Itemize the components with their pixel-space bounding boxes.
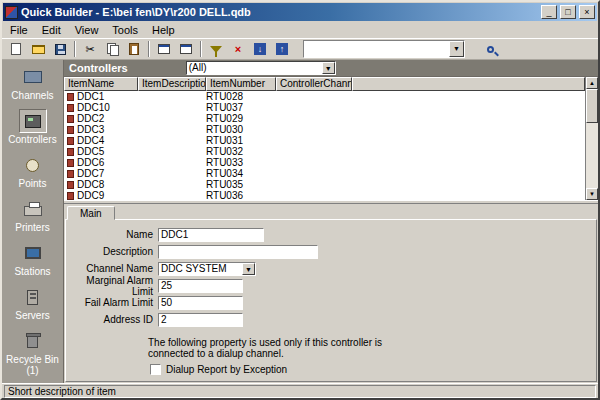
- table-row[interactable]: DDC1 RTU028: [64, 91, 598, 102]
- channels-icon: [24, 71, 42, 83]
- table-row[interactable]: DDC7 RTU034: [64, 168, 598, 179]
- menu-file[interactable]: File: [3, 23, 35, 37]
- toolbar: ✂ × ↓ ↑ ▼: [2, 38, 598, 60]
- title-bar: Quick Builder - E:\bei fen\DY\r200 DELL.…: [3, 3, 597, 21]
- cell-itemname: DDC1: [77, 91, 104, 102]
- funnel-filter-icon: [210, 46, 222, 53]
- controller-item-icon: [67, 170, 74, 178]
- cell-itemname: DDC5: [77, 146, 104, 157]
- controller-item-icon: [67, 192, 74, 200]
- copy-button[interactable]: [101, 39, 123, 59]
- menu-edit[interactable]: Edit: [35, 23, 68, 37]
- name-field[interactable]: [158, 228, 264, 242]
- toolbar-combobox-value: [304, 41, 449, 57]
- fail-alarm-limit-field[interactable]: [158, 296, 243, 310]
- open-button[interactable]: [27, 39, 49, 59]
- sidebar-item-channels[interactable]: Channels: [2, 65, 63, 101]
- toolbar-separator: [148, 41, 150, 57]
- sidebar-item-points[interactable]: Points: [2, 153, 63, 189]
- filter-combobox-value: (All): [187, 62, 322, 74]
- view-title: Controllers: [69, 62, 128, 74]
- table-row[interactable]: DDC5 RTU032: [64, 146, 598, 157]
- menu-view[interactable]: View: [68, 23, 106, 37]
- upload-button[interactable]: ↑: [271, 39, 293, 59]
- filter-combobox[interactable]: (All) ▼: [186, 61, 336, 75]
- channel-name-value: DDC SYSTEM: [159, 263, 242, 275]
- sidebar-item-label: Channels: [10, 90, 54, 101]
- save-button[interactable]: [49, 39, 71, 59]
- scrollbar-thumb[interactable]: [586, 89, 598, 123]
- column-header-itemdescription[interactable]: ItemDescription: [138, 77, 206, 91]
- sidebar-item-printers[interactable]: Printers: [2, 197, 63, 233]
- save-disk-icon: [55, 44, 66, 55]
- column-header-itemnumber[interactable]: ItemNumber: [206, 77, 276, 91]
- controller-item-icon: [67, 148, 74, 156]
- sidebar-item-label: Points: [18, 178, 48, 189]
- vertical-scrollbar[interactable]: ▲ ▼: [585, 77, 598, 200]
- chevron-down-icon[interactable]: ▼: [242, 263, 255, 275]
- minimize-button[interactable]: _: [541, 5, 557, 19]
- chevron-down-icon[interactable]: ▼: [449, 41, 464, 57]
- window-icon: [180, 44, 192, 54]
- points-icon: [26, 159, 39, 172]
- column-header-itemname[interactable]: ItemName: [64, 77, 138, 91]
- dialup-report-checkbox-label: Dialup Report by Exception: [166, 364, 287, 375]
- table-row[interactable]: DDC6 RTU033: [64, 157, 598, 168]
- clear-filter-button[interactable]: ×: [227, 39, 249, 59]
- menu-bar: File Edit View Tools Help: [2, 22, 598, 38]
- sidebar-item-label: Recycle Bin (1): [2, 354, 63, 376]
- cut-button[interactable]: ✂: [79, 39, 101, 59]
- table-row[interactable]: DDC3 RTU030: [64, 124, 598, 135]
- table-row[interactable]: DDC9 RTU036: [64, 190, 598, 201]
- new-button[interactable]: [5, 39, 27, 59]
- window-body: Channels Controllers Points Printers Sta…: [2, 60, 598, 383]
- marginal-alarm-limit-field[interactable]: [158, 279, 243, 293]
- detail-pane: Main Name Description Channel Name DDC: [64, 204, 598, 383]
- sidebar-item-controllers[interactable]: Controllers: [2, 109, 63, 145]
- channel-name-select[interactable]: DDC SYSTEM ▼: [158, 262, 256, 276]
- table-row[interactable]: DDC4 RTU031: [64, 135, 598, 146]
- upload-arrow-icon: ↑: [276, 43, 288, 55]
- address-id-field[interactable]: [158, 313, 243, 327]
- find-button[interactable]: [479, 39, 501, 59]
- controller-item-icon: [67, 93, 74, 101]
- chevron-down-icon[interactable]: ▼: [322, 62, 335, 74]
- close-button[interactable]: ×: [579, 5, 595, 19]
- cell-itemnumber: RTU036: [206, 190, 276, 201]
- menu-help[interactable]: Help: [145, 23, 182, 37]
- table-row[interactable]: DDC8 RTU035: [64, 179, 598, 190]
- sidebar-item-recycle-bin[interactable]: Recycle Bin (1): [2, 329, 63, 376]
- magnifier-icon: [487, 46, 494, 53]
- detail-form: Name Description Channel Name DDC SYSTEM…: [65, 219, 597, 382]
- download-button[interactable]: ↓: [249, 39, 271, 59]
- cell-itemnumber: RTU033: [206, 157, 276, 168]
- item-view-button[interactable]: [175, 39, 197, 59]
- description-label: Description: [66, 246, 158, 257]
- cell-itemnumber: RTU037: [206, 102, 276, 113]
- table-row[interactable]: DDC10 RTU037: [64, 102, 598, 113]
- column-header-controllerchannel[interactable]: ControllerChann...: [276, 77, 352, 91]
- cascade-view-button[interactable]: [153, 39, 175, 59]
- menu-tools[interactable]: Tools: [105, 23, 145, 37]
- scrollbar-track[interactable]: [586, 89, 598, 188]
- tab-main[interactable]: Main: [67, 206, 115, 220]
- maximize-button[interactable]: □: [560, 5, 576, 19]
- scroll-up-icon[interactable]: ▲: [586, 77, 598, 89]
- table-row[interactable]: DDC2 RTU029: [64, 113, 598, 124]
- name-label: Name: [66, 229, 158, 240]
- dialup-report-checkbox[interactable]: [150, 364, 161, 375]
- sidebar-item-stations[interactable]: Stations: [2, 241, 63, 277]
- controller-item-icon: [67, 115, 74, 123]
- copy-icon: [107, 43, 118, 55]
- sidebar-item-servers[interactable]: Servers: [2, 285, 63, 321]
- scroll-down-icon[interactable]: ▼: [586, 188, 598, 200]
- sidebar-item-label: Printers: [14, 222, 50, 233]
- filter-button[interactable]: [205, 39, 227, 59]
- paste-button[interactable]: [123, 39, 145, 59]
- toolbar-combobox[interactable]: ▼: [303, 40, 465, 58]
- toolbar-separator: [74, 41, 76, 57]
- listview-header: ItemName ItemDescription ItemNumber Cont…: [64, 77, 598, 91]
- description-field[interactable]: [158, 245, 318, 259]
- printers-icon: [24, 206, 42, 216]
- stations-icon: [25, 247, 41, 259]
